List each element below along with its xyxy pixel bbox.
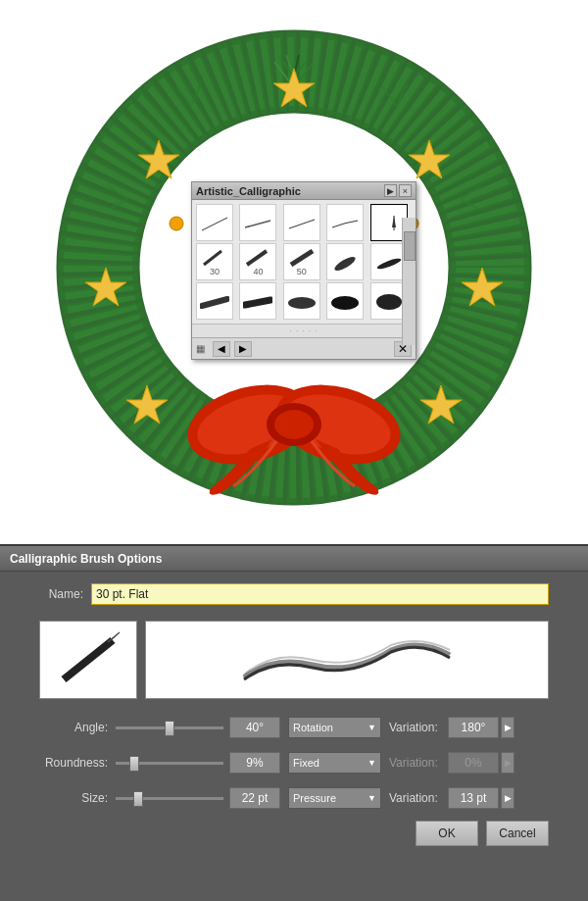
wreath-area: Artistic_Calligraphic ▶ × xyxy=(0,0,588,544)
brush-panel-toolbar: ▦ ◀ ▶ ✕ xyxy=(192,337,416,359)
brush-thumb-13[interactable] xyxy=(326,282,364,320)
svg-line-36 xyxy=(289,220,315,228)
name-row: Name: xyxy=(39,583,549,605)
brush-thumb-8[interactable] xyxy=(326,243,364,280)
roundness-slider-track[interactable] xyxy=(116,762,223,765)
svg-point-47 xyxy=(331,296,359,310)
size-slider-thumb[interactable] xyxy=(133,791,143,807)
brush-thumb-5[interactable]: 30 xyxy=(196,243,233,280)
svg-line-35 xyxy=(245,221,270,227)
roundness-value[interactable]: 9% xyxy=(229,752,280,774)
angle-slider-thumb[interactable] xyxy=(165,721,174,736)
ok-button[interactable]: OK xyxy=(416,821,478,846)
angle-method-dropdown[interactable]: Rotation ▼ xyxy=(288,717,381,738)
preview-stroke-variation xyxy=(234,630,460,689)
brush-panel: Artistic_Calligraphic ▶ × xyxy=(191,181,416,360)
name-input[interactable] xyxy=(91,583,549,605)
svg-point-46 xyxy=(288,297,316,309)
brush-scrollbar[interactable] xyxy=(402,218,416,345)
toolbar-next-btn[interactable]: ▶ xyxy=(234,341,252,357)
brush-thumb-4[interactable] xyxy=(326,204,364,241)
brush-panel-close-btn[interactable]: × xyxy=(399,184,412,197)
buttons-row: OK Cancel xyxy=(39,821,549,846)
svg-line-39 xyxy=(204,251,221,265)
svg-line-45 xyxy=(245,300,270,305)
roundness-slider-container xyxy=(116,755,223,771)
preview-stroke-single xyxy=(49,630,127,689)
brush-panel-content: 30 40 50 xyxy=(192,200,416,324)
roundness-row: Roundness: 9% Fixed ▼ Variation: 0% ▶ xyxy=(39,750,549,776)
preview-area xyxy=(39,621,549,699)
roundness-method-dropdown[interactable]: Fixed ▼ xyxy=(288,752,381,774)
preview-right xyxy=(145,621,549,699)
svg-line-41 xyxy=(291,251,313,265)
brush-thumb-10[interactable] xyxy=(196,282,233,320)
size-variation-arrow[interactable]: ▶ xyxy=(501,787,514,809)
brush-thumb-6[interactable]: 40 xyxy=(239,243,276,280)
angle-label: Angle: xyxy=(39,721,108,734)
brush-scroll-thumb[interactable] xyxy=(404,231,416,261)
size-value[interactable]: 22 pt xyxy=(229,787,280,809)
brush-panel-titlebar[interactable]: Artistic_Calligraphic ▶ × xyxy=(192,182,416,200)
roundness-label: Roundness: xyxy=(39,756,108,770)
angle-value[interactable]: 40° xyxy=(229,717,280,738)
angle-variation-label: Variation: xyxy=(389,721,448,734)
size-row: Size: 22 pt Pressure ▼ Variation: 13 pt … xyxy=(39,785,549,811)
svg-point-48 xyxy=(376,294,402,310)
cancel-button[interactable]: Cancel xyxy=(486,821,549,846)
brush-thumb-12[interactable] xyxy=(283,282,320,320)
size-slider-container xyxy=(116,790,223,806)
size-method-dropdown[interactable]: Pressure ▼ xyxy=(288,787,381,809)
angle-method-arrow: ▼ xyxy=(368,723,376,732)
svg-line-34 xyxy=(202,218,227,230)
svg-point-43 xyxy=(375,257,401,272)
panel-resize-dots: · · · · · xyxy=(192,324,416,337)
brush-thumb-11[interactable] xyxy=(239,282,276,320)
size-slider-track[interactable] xyxy=(116,797,223,800)
brush-thumb-7[interactable]: 50 xyxy=(283,243,320,280)
toolbar-icon-libraries: ▦ xyxy=(196,343,205,354)
svg-point-42 xyxy=(333,255,358,272)
dialog-area: Calligraphic Brush Options Name: xyxy=(0,544,588,901)
dialog-titlebar: Calligraphic Brush Options xyxy=(0,546,588,572)
svg-line-40 xyxy=(247,251,267,265)
roundness-variation-arrow[interactable]: ▶ xyxy=(501,752,514,774)
svg-point-32 xyxy=(170,217,183,230)
brush-panel-controls: ▶ × xyxy=(384,184,412,197)
size-variation-label: Variation: xyxy=(389,791,448,805)
angle-slider-container xyxy=(116,720,223,735)
brush-thumb-3[interactable] xyxy=(283,204,320,241)
roundness-variation-label: Variation: xyxy=(389,756,448,770)
size-method-label: Pressure xyxy=(293,792,336,804)
angle-variation-value[interactable]: 180° xyxy=(448,717,499,738)
roundness-slider-thumb[interactable] xyxy=(129,756,139,772)
brush-panel-title: Artistic_Calligraphic xyxy=(196,185,301,197)
roundness-method-label: Fixed xyxy=(293,757,319,769)
svg-line-49 xyxy=(64,640,113,679)
svg-line-44 xyxy=(202,299,227,306)
size-variation-value[interactable]: 13 pt xyxy=(448,787,499,809)
brush-thumb-1[interactable] xyxy=(196,204,233,241)
size-label: Size: xyxy=(39,791,108,805)
dialog-title: Calligraphic Brush Options xyxy=(10,552,162,566)
angle-method-label: Rotation xyxy=(293,722,333,733)
angle-row: Angle: 40° Rotation ▼ Variation: 180° ▶ xyxy=(39,715,549,740)
svg-point-21 xyxy=(274,410,314,439)
angle-slider-track[interactable] xyxy=(116,726,223,729)
roundness-variation-value: 0% xyxy=(448,752,499,774)
name-label: Name: xyxy=(39,587,83,601)
brush-thumb-2[interactable] xyxy=(239,204,276,241)
dialog-body: Name: xyxy=(0,572,588,858)
brush-panel-collapse-btn[interactable]: ▶ xyxy=(384,184,397,197)
roundness-method-arrow: ▼ xyxy=(368,758,376,768)
toolbar-prev-btn[interactable]: ◀ xyxy=(213,341,230,357)
angle-variation-arrow[interactable]: ▶ xyxy=(501,717,514,738)
preview-left xyxy=(39,621,137,699)
size-method-arrow: ▼ xyxy=(368,793,376,803)
